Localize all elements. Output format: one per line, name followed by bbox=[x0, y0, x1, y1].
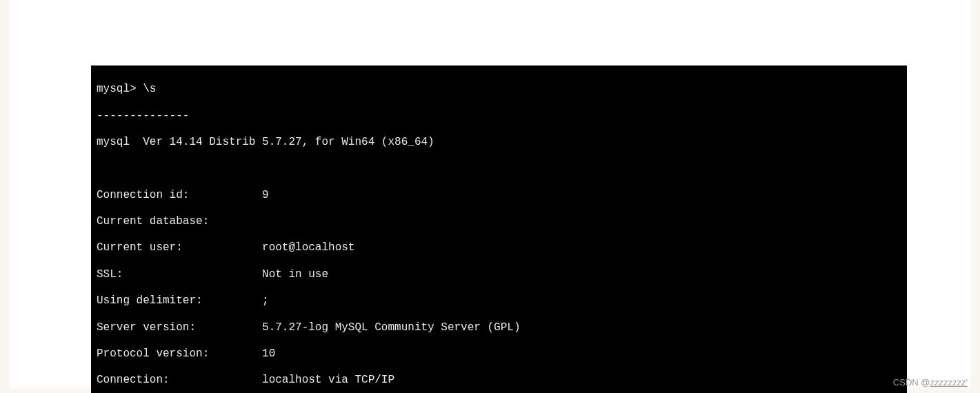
terminal-row: Using delimiter: ; bbox=[97, 294, 901, 308]
terminal-output: mysql> \s -------------- mysql Ver 14.14… bbox=[91, 66, 907, 393]
terminal-divider: -------------- bbox=[97, 110, 901, 123]
terminal-row: Connection id: 9 bbox=[97, 189, 901, 202]
watermark-prefix: CSDN @ bbox=[893, 377, 930, 387]
article-page: mysql> \s -------------- mysql Ver 14.14… bbox=[10, 0, 970, 387]
terminal-row: SSL: Not in use bbox=[97, 268, 901, 281]
terminal-row: Connection: localhost via TCP/IP bbox=[97, 374, 901, 387]
terminal-version: mysql Ver 14.14 Distrib 5.7.27, for Win6… bbox=[97, 136, 901, 149]
terminal-prompt-line: mysql> \s bbox=[97, 83, 901, 96]
terminal-row: Current database: bbox=[97, 215, 901, 228]
watermark: CSDN @zzzzzzzz' bbox=[893, 377, 968, 387]
terminal-row: Server version: 5.7.27-log MySQL Communi… bbox=[97, 321, 901, 334]
terminal-row: Current user: root@localhost bbox=[97, 241, 901, 254]
watermark-user: zzzzzzzz' bbox=[930, 377, 968, 387]
terminal-row: Protocol version: 10 bbox=[97, 347, 901, 361]
terminal-blank bbox=[97, 162, 901, 175]
